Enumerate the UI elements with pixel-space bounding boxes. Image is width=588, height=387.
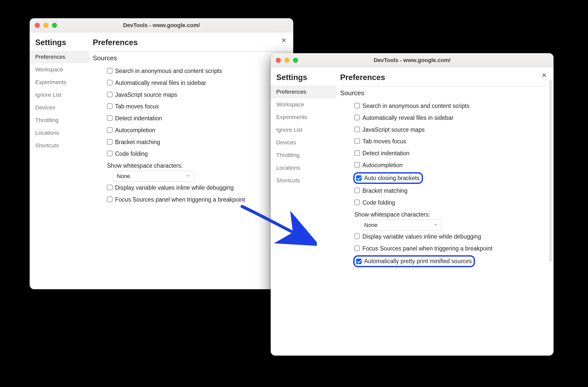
checkbox-label: JavaScript source maps (115, 91, 177, 99)
sources-heading: Sources (93, 54, 288, 62)
checkbox-label: Display variable values inline while deb… (362, 233, 481, 240)
checkbox-icon[interactable] (354, 234, 360, 239)
checkbox-option[interactable]: Focus Sources panel when triggering a br… (353, 243, 548, 255)
sidebar-item-devices[interactable]: Devices (30, 101, 89, 114)
select-value: None (364, 222, 378, 228)
sidebar-item-ignore-list[interactable]: Ignore List (271, 124, 337, 136)
settings-sidebar: Settings PreferencesWorkspaceExperiments… (271, 67, 337, 356)
settings-sidebar: Settings PreferencesWorkspaceExperiments… (30, 32, 89, 289)
sidebar-item-preferences[interactable]: Preferences (271, 86, 337, 98)
traffic-lights (276, 58, 298, 63)
sources-heading: Sources (340, 89, 548, 97)
zoom-window-icon[interactable] (52, 23, 57, 28)
checkbox-icon[interactable] (107, 115, 113, 121)
checkbox-icon[interactable] (107, 80, 113, 85)
select-value: None (117, 173, 130, 180)
sidebar-item-shortcuts[interactable]: Shortcuts (271, 174, 337, 187)
checkbox-option[interactable]: Automatically reveal files in sidebar (106, 77, 288, 89)
close-window-icon[interactable] (276, 58, 281, 63)
checkbox-icon[interactable] (354, 115, 360, 120)
checkbox-label: Detect indentation (115, 115, 162, 122)
sidebar-item-shortcuts[interactable]: Shortcuts (30, 139, 89, 152)
checkbox-label: Search in anonymous and content scripts (115, 67, 222, 75)
checkbox-option[interactable]: JavaScript source maps (106, 89, 288, 101)
chevron-down-icon (434, 223, 438, 228)
checkbox-icon[interactable] (107, 127, 113, 133)
window-title: DevTools - www.google.com/ (30, 22, 293, 29)
checkbox-icon[interactable] (107, 103, 113, 109)
checkbox-icon[interactable] (107, 92, 113, 97)
checkbox-option[interactable]: Autocompletion (353, 159, 548, 171)
checkbox-option[interactable]: Search in anonymous and content scripts (353, 100, 548, 112)
chevron-down-icon (186, 174, 190, 179)
devtools-window-before: DevTools - www.google.com/ Settings Pref… (30, 18, 293, 289)
checkbox-icon[interactable] (354, 188, 360, 193)
preferences-heading: Preferences (93, 38, 288, 52)
sidebar-item-devices[interactable]: Devices (271, 136, 337, 149)
checkbox-icon[interactable] (107, 139, 113, 145)
checkbox-option[interactable]: Display variable values inline while deb… (353, 231, 548, 243)
checkbox-icon[interactable] (354, 127, 360, 132)
checkbox-label: Display variable values inline while deb… (115, 184, 234, 191)
preferences-panel: Preferences Sources Search in anonymous … (337, 67, 554, 356)
checkbox-icon[interactable] (354, 162, 360, 168)
checkbox-option[interactable]: Code folding (106, 148, 288, 160)
checkbox-icon[interactable] (354, 245, 360, 251)
titlebar: DevTools - www.google.com/ (30, 18, 293, 32)
window-title: DevTools - www.google.com/ (271, 57, 554, 64)
checkbox-label: Automatically reveal files in sidebar (362, 114, 453, 122)
checkbox-icon[interactable] (356, 175, 362, 181)
checkbox-icon[interactable] (354, 150, 360, 156)
checkbox-option[interactable]: Focus Sources panel when triggering a br… (106, 194, 288, 206)
whitespace-select[interactable]: None (113, 171, 194, 182)
scrollbar[interactable] (549, 80, 552, 262)
checkbox-icon[interactable] (107, 68, 113, 73)
checkbox-icon[interactable] (107, 185, 113, 190)
sidebar-item-locations[interactable]: Locations (271, 162, 337, 174)
sidebar-item-workspace[interactable]: Workspace (271, 98, 337, 111)
checkbox-label: Automatically pretty print minified sour… (364, 258, 472, 265)
checkbox-option[interactable]: Auto closing brackets (353, 172, 423, 184)
checkbox-icon[interactable] (354, 103, 360, 108)
sidebar-item-ignore-list[interactable]: Ignore List (30, 89, 89, 101)
checkbox-option[interactable]: Search in anonymous and content scripts (106, 65, 288, 77)
whitespace-select[interactable]: None (360, 220, 442, 231)
checkbox-label: Focus Sources panel when triggering a br… (115, 196, 245, 203)
checkbox-icon[interactable] (356, 259, 362, 264)
titlebar: DevTools - www.google.com/ (271, 53, 554, 67)
checkbox-option[interactable]: Detect indentation (353, 147, 548, 159)
checkbox-option[interactable]: Tab moves focus (353, 136, 548, 147)
checkbox-label: Detect indentation (362, 150, 409, 157)
zoom-window-icon[interactable] (293, 58, 298, 63)
sidebar-item-throttling[interactable]: Throttling (30, 114, 89, 127)
checkbox-option[interactable]: JavaScript source maps (353, 124, 548, 136)
sidebar-item-experiments[interactable]: Experiments (271, 111, 337, 124)
close-window-icon[interactable] (35, 23, 40, 28)
minimize-window-icon[interactable] (284, 58, 289, 63)
checkbox-icon[interactable] (107, 197, 113, 202)
checkbox-option[interactable]: Code folding (353, 197, 548, 209)
checkbox-icon[interactable] (354, 200, 360, 205)
minimize-window-icon[interactable] (43, 23, 48, 28)
checkbox-label: Bracket matching (115, 139, 160, 146)
checkbox-label: Tab moves focus (115, 103, 159, 110)
checkbox-option[interactable]: Bracket matching (353, 185, 548, 197)
checkbox-label: Automatically reveal files in sidebar (115, 79, 206, 87)
checkbox-option[interactable]: Automatically pretty print minified sour… (353, 255, 475, 267)
checkbox-option[interactable]: Automatically reveal files in sidebar (353, 112, 548, 124)
checkbox-option[interactable]: Detect indentation (106, 112, 288, 124)
sidebar-item-workspace[interactable]: Workspace (30, 63, 89, 76)
checkbox-option[interactable]: Bracket matching (106, 136, 288, 148)
sidebar-item-locations[interactable]: Locations (30, 127, 89, 139)
sidebar-item-experiments[interactable]: Experiments (30, 76, 89, 89)
checkbox-label: Focus Sources panel when triggering a br… (362, 245, 492, 252)
checkbox-icon[interactable] (354, 138, 360, 144)
checkbox-option[interactable]: Tab moves focus (106, 101, 288, 112)
checkbox-option[interactable]: Display variable values inline while deb… (106, 182, 288, 194)
settings-heading: Settings (271, 73, 337, 86)
checkbox-label: Autocompletion (362, 162, 403, 169)
checkbox-option[interactable]: Autocompletion (106, 124, 288, 136)
checkbox-icon[interactable] (107, 151, 113, 156)
sidebar-item-preferences[interactable]: Preferences (30, 51, 89, 63)
sidebar-item-throttling[interactable]: Throttling (271, 149, 337, 162)
